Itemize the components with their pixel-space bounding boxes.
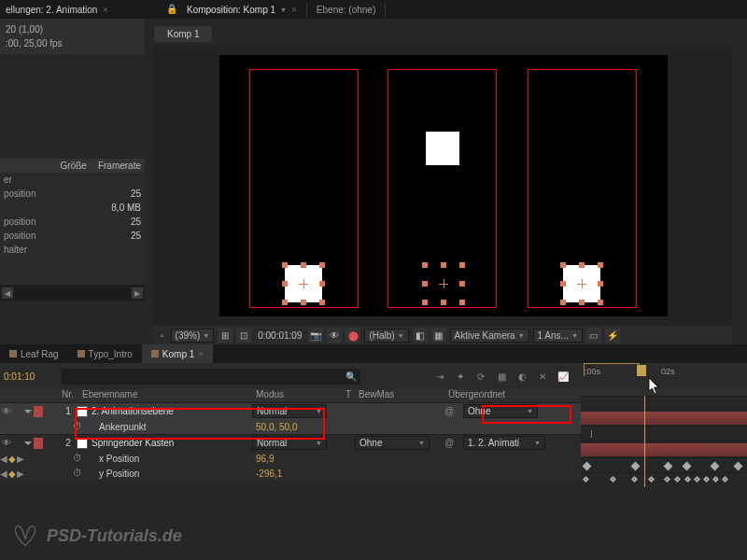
col-framerate[interactable]: Framerate — [98, 161, 141, 171]
col-size[interactable]: Größe — [61, 161, 87, 171]
keyframe-icon[interactable] — [734, 462, 743, 471]
channels-icon[interactable]: ⬤ — [345, 328, 360, 343]
show-snapshot-icon[interactable]: 👁 — [327, 328, 342, 343]
keyframe-hold-icon[interactable] — [712, 476, 719, 483]
visibility-icon[interactable]: 👁 — [2, 406, 11, 416]
cti-head[interactable] — [637, 365, 646, 376]
keyframe-hold-icon[interactable] — [583, 476, 589, 483]
property-value[interactable]: 50,0, 50,0 — [256, 422, 297, 432]
parent-dropdown[interactable]: 1. 2. Animati▼ — [463, 436, 545, 450]
close-icon[interactable]: × — [198, 349, 204, 359]
keyframe-icon[interactable] — [583, 462, 592, 471]
fast-preview-icon[interactable]: ⚡ — [605, 328, 620, 343]
layer-bar-1[interactable] — [581, 412, 747, 425]
scroll-left-icon[interactable]: ◀ — [2, 287, 13, 299]
keyframe-hold-icon[interactable] — [631, 476, 638, 483]
keyframe-hold-icon[interactable] — [648, 476, 655, 483]
time-ruler[interactable]: :00s 02s — [581, 363, 747, 389]
safe-zones-icon[interactable]: ⊡ — [236, 328, 251, 343]
layer-name-text[interactable]: 2. Animationsebene — [92, 406, 174, 416]
parent-dropdown[interactable]: Ohne▼ — [463, 404, 538, 418]
brainstorm-icon[interactable]: ✕ — [534, 368, 551, 385]
anchor-point-icon[interactable] — [299, 279, 308, 288]
keyframe-diamond-icon[interactable]: ◆ — [8, 469, 16, 479]
motion-blur-icon[interactable]: ◐ — [514, 368, 530, 385]
timeline-tracks[interactable]: I — [581, 396, 747, 487]
twirl-down-icon[interactable] — [24, 441, 32, 445]
active-camera-dropdown[interactable]: Aktive Kamera▼ — [450, 329, 529, 343]
pickwhip-icon[interactable]: @ — [444, 406, 454, 416]
zoom-dropdown[interactable]: (39%)▼ — [171, 329, 215, 343]
keyframe-diamond-icon[interactable]: ◆ — [8, 454, 16, 464]
col-parent[interactable]: Übergeordnet — [448, 389, 560, 402]
zoom-square-icon[interactable]: ▫ — [158, 329, 167, 342]
property-value[interactable]: -296,1 — [256, 469, 282, 479]
roi-icon[interactable]: ◧ — [413, 328, 428, 343]
horizontal-scrollbar[interactable]: ◀ ▶ — [0, 285, 145, 301]
col-trackmatte-t[interactable]: T — [345, 389, 359, 402]
twirl-down-icon[interactable] — [24, 410, 32, 413]
frame-blend-icon[interactable]: ▦ — [493, 368, 510, 385]
resolution-icon[interactable]: ⊞ — [218, 328, 233, 343]
graph-editor-icon[interactable]: 📈 — [555, 368, 571, 385]
anchor-point-icon[interactable] — [577, 279, 586, 288]
stopwatch-icon[interactable]: ⏱ — [73, 421, 84, 432]
snapshot-icon[interactable]: 📷 — [308, 328, 323, 343]
keyframe-hold-icon[interactable] — [664, 476, 670, 483]
current-time-indicator[interactable] — [644, 396, 645, 487]
pixel-aspect-icon[interactable]: ▭ — [586, 328, 601, 343]
col-layer-name[interactable]: Ebenenname — [78, 389, 256, 402]
keyframe-hold-icon[interactable] — [703, 476, 710, 483]
keyframe-hold-icon[interactable] — [694, 476, 700, 483]
keyframe-icon[interactable] — [683, 462, 692, 471]
close-icon[interactable]: × — [103, 5, 108, 15]
dropdown-arrow-icon[interactable]: ▼ — [280, 7, 287, 13]
anchor-point-icon[interactable] — [439, 279, 448, 288]
timeline-tab-3[interactable]: Komp 1× — [142, 344, 213, 363]
property-value[interactable]: 96,9 — [256, 454, 274, 464]
current-time-display[interactable]: 0:01:10 — [0, 371, 62, 382]
blend-mode-dropdown[interactable]: Normal▼ — [252, 404, 327, 418]
timeline-tab-1[interactable]: Leaf Rag — [0, 344, 68, 363]
scroll-right-icon[interactable]: ▶ — [132, 287, 143, 299]
composition-panel-tab[interactable]: Komposition: Komp 1 ▼ × — [177, 2, 307, 18]
layer-name-text[interactable]: Springender Kasten — [92, 438, 174, 448]
close-icon[interactable]: × — [291, 5, 297, 15]
next-key-icon[interactable]: ▶ — [17, 469, 24, 479]
keyframe-icon[interactable] — [711, 462, 720, 471]
keyframe-hold-icon[interactable] — [674, 476, 681, 483]
prev-key-icon[interactable]: ◀ — [0, 454, 7, 464]
search-input[interactable] — [62, 369, 360, 385]
col-num[interactable]: Nr. — [62, 389, 78, 402]
views-dropdown[interactable]: 1 Ans...▼ — [533, 329, 583, 343]
timeline-tab-2[interactable]: Typo_Intro — [68, 344, 142, 363]
next-key-icon[interactable]: ▶ — [17, 454, 24, 464]
keyframe-hold-icon[interactable] — [610, 476, 616, 483]
stopwatch-icon[interactable]: ⏱ — [73, 453, 84, 464]
keyframe-icon[interactable] — [664, 462, 673, 471]
col-mode[interactable]: Modus — [256, 389, 345, 402]
transparency-grid-icon[interactable]: ▦ — [431, 328, 446, 343]
keyframe-hold-icon[interactable] — [722, 476, 728, 483]
draft-3d-icon[interactable]: ✦ — [452, 368, 469, 385]
pickwhip-icon[interactable]: @ — [444, 438, 454, 448]
selected-layer-2[interactable] — [425, 265, 462, 302]
lock-icon[interactable]: 🔒 — [166, 4, 177, 14]
blend-mode-dropdown[interactable]: Normal▼ — [252, 436, 327, 450]
keyframe-icon[interactable] — [631, 462, 641, 471]
layer-panel-tab[interactable]: Ebene: (ohne) — [307, 2, 386, 18]
stopwatch-icon[interactable]: ⏱ — [73, 468, 84, 479]
resolution-dropdown[interactable]: (Halb)▼ — [364, 329, 408, 343]
col-trackmatte[interactable]: BewMas — [359, 389, 448, 402]
color-label[interactable] — [34, 438, 43, 449]
prev-key-icon[interactable]: ◀ — [0, 469, 7, 479]
settings-tab[interactable]: ellungen: 2. Animation × — [0, 2, 114, 18]
comp-tab[interactable]: Komp 1 — [154, 26, 212, 42]
timecode-display[interactable]: 0:00:01:09 — [255, 329, 304, 342]
color-label[interactable] — [34, 406, 43, 417]
layer-bar-2[interactable] — [581, 443, 747, 456]
comp-mini-flowchart-icon[interactable]: ⇥ — [431, 368, 448, 385]
visibility-icon[interactable]: 👁 — [2, 438, 11, 448]
selected-layer-3[interactable] — [563, 265, 600, 302]
trackmatte-dropdown[interactable]: Ohne▼ — [355, 436, 430, 450]
